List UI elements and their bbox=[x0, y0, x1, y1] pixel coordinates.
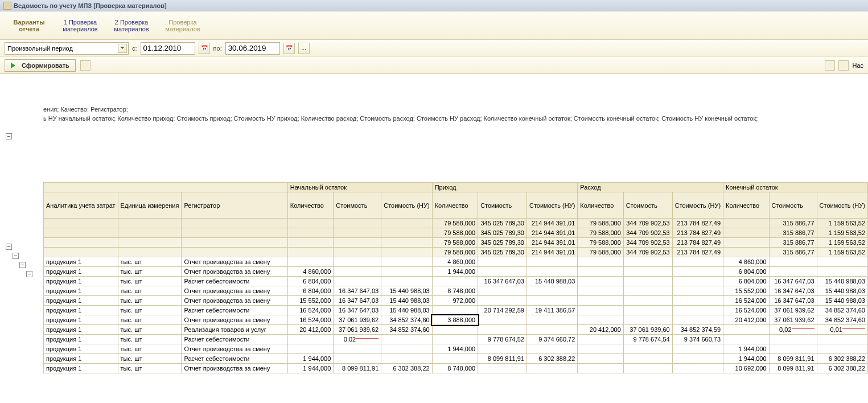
calendar-from-button[interactable]: 📅 bbox=[199, 43, 210, 54]
cell[interactable]: тыс. шт bbox=[118, 286, 182, 296]
cell[interactable] bbox=[623, 277, 672, 286]
cell[interactable] bbox=[287, 335, 334, 344]
cell[interactable] bbox=[623, 344, 672, 354]
cell[interactable]: 8 099 811,91 bbox=[334, 364, 381, 373]
table-row[interactable]: продукция 1тыс. штОтчет производства за … bbox=[44, 267, 868, 277]
cell[interactable] bbox=[672, 257, 723, 267]
cell[interactable] bbox=[287, 257, 334, 267]
cell[interactable]: 16 347 647,03 bbox=[334, 296, 381, 306]
chevron-down-icon[interactable] bbox=[118, 44, 127, 53]
cell[interactable] bbox=[44, 219, 118, 228]
cell[interactable]: продукция 1 bbox=[44, 286, 118, 296]
table-row[interactable]: продукция 1тыс. штОтчет производства за … bbox=[44, 364, 868, 373]
cell[interactable] bbox=[381, 277, 432, 286]
date-from[interactable] bbox=[143, 44, 189, 52]
cell[interactable]: 1 159 563,52 bbox=[817, 228, 867, 238]
cell[interactable] bbox=[526, 257, 577, 267]
cell[interactable]: Отчет производства за смену bbox=[182, 315, 287, 325]
cell[interactable]: продукция 1 bbox=[44, 267, 118, 277]
cell[interactable] bbox=[723, 248, 770, 257]
cell[interactable] bbox=[623, 257, 672, 267]
cell[interactable] bbox=[381, 354, 432, 364]
cell[interactable] bbox=[334, 228, 381, 238]
cell[interactable] bbox=[287, 238, 334, 248]
cell[interactable]: 37 061 939,60 bbox=[623, 325, 672, 335]
cell[interactable]: тыс. шт bbox=[118, 325, 182, 335]
cell[interactable]: Отчет производства за смену bbox=[182, 344, 287, 354]
cell[interactable] bbox=[432, 335, 478, 344]
cell[interactable]: 37 061 939,62 bbox=[769, 315, 817, 325]
cell[interactable]: 16 524,000 bbox=[723, 296, 770, 306]
cell[interactable] bbox=[672, 296, 723, 306]
cell[interactable]: 0,02 bbox=[334, 335, 381, 344]
cell[interactable] bbox=[672, 267, 723, 277]
cell[interactable]: 20 412,000 bbox=[578, 325, 624, 335]
cell[interactable] bbox=[526, 315, 577, 325]
cell[interactable]: Расчет себестоимости bbox=[182, 354, 287, 364]
cell[interactable]: Расчет себестоимости bbox=[182, 335, 287, 344]
cell[interactable] bbox=[526, 296, 577, 306]
cell[interactable]: продукция 1 bbox=[44, 277, 118, 286]
cell[interactable] bbox=[623, 354, 672, 364]
cell[interactable]: продукция 1 bbox=[44, 306, 118, 315]
cell[interactable] bbox=[817, 267, 867, 277]
cell[interactable]: 16 524,000 bbox=[287, 315, 334, 325]
cell[interactable] bbox=[118, 228, 182, 238]
cell[interactable] bbox=[478, 364, 527, 373]
cell[interactable]: 4 860,000 bbox=[723, 257, 770, 267]
cell[interactable]: 344 709 902,53 bbox=[623, 219, 672, 228]
cell[interactable] bbox=[817, 257, 867, 267]
cell[interactable]: 6 804,000 bbox=[287, 286, 334, 296]
cell[interactable] bbox=[334, 267, 381, 277]
cell[interactable]: 1 944,000 bbox=[723, 354, 770, 364]
cell[interactable] bbox=[623, 364, 672, 373]
cell[interactable]: тыс. шт bbox=[118, 296, 182, 306]
cell[interactable] bbox=[723, 238, 770, 248]
cell[interactable]: 15 440 988,03 bbox=[381, 286, 432, 296]
cell[interactable]: 9 374 660,73 bbox=[672, 335, 723, 344]
cell[interactable]: 16 347 647,03 bbox=[769, 277, 817, 286]
cell[interactable] bbox=[578, 286, 624, 296]
cell[interactable] bbox=[381, 238, 432, 248]
cell[interactable]: 8 748,000 bbox=[432, 364, 478, 373]
cell[interactable] bbox=[578, 315, 624, 325]
cell[interactable] bbox=[578, 296, 624, 306]
cell[interactable] bbox=[817, 335, 867, 344]
cell[interactable]: 79 588,000 bbox=[578, 248, 624, 257]
cell[interactable] bbox=[526, 267, 577, 277]
cell[interactable]: 9 374 660,72 bbox=[526, 335, 577, 344]
cell[interactable]: 6 302 388,22 bbox=[526, 354, 577, 364]
cell[interactable] bbox=[817, 344, 867, 354]
cell[interactable]: 79 588,000 bbox=[432, 238, 478, 248]
cell[interactable]: 1 944,000 bbox=[287, 354, 334, 364]
date-to-input[interactable] bbox=[225, 42, 280, 55]
cell[interactable] bbox=[672, 354, 723, 364]
cell[interactable]: 79 588,000 bbox=[432, 219, 478, 228]
cell[interactable]: тыс. шт bbox=[118, 277, 182, 286]
cell[interactable] bbox=[672, 315, 723, 325]
cell[interactable]: 79 588,000 bbox=[432, 248, 478, 257]
cell[interactable]: 1 159 563,52 bbox=[817, 248, 867, 257]
cell[interactable]: 6 804,000 bbox=[287, 277, 334, 286]
cell[interactable]: 4 860,000 bbox=[287, 267, 334, 277]
cell[interactable]: 34 852 374,60 bbox=[817, 315, 867, 325]
cell[interactable] bbox=[381, 228, 432, 238]
cell[interactable]: 20 412,000 bbox=[723, 315, 770, 325]
cell[interactable]: 1 944,000 bbox=[723, 344, 770, 354]
cell[interactable]: 0,02 bbox=[769, 325, 817, 335]
cell[interactable] bbox=[769, 257, 817, 267]
cell[interactable]: 213 784 827,49 bbox=[672, 248, 723, 257]
cell[interactable] bbox=[334, 277, 381, 286]
tab-check-2[interactable]: 2 Проверка материалов bbox=[106, 11, 157, 39]
cell[interactable] bbox=[623, 315, 672, 325]
print-settings-icon[interactable] bbox=[80, 60, 90, 71]
cell[interactable]: продукция 1 bbox=[44, 325, 118, 335]
cell[interactable]: 8 099 811,91 bbox=[478, 354, 527, 364]
cell[interactable]: 15 440 988,03 bbox=[526, 277, 577, 286]
table-row[interactable]: продукция 1тыс. штОтчет производства за … bbox=[44, 286, 868, 296]
cell[interactable]: 214 944 391,01 bbox=[526, 228, 577, 238]
cell[interactable] bbox=[44, 238, 118, 248]
cell[interactable] bbox=[432, 325, 478, 335]
cell[interactable] bbox=[44, 248, 118, 257]
cell[interactable]: тыс. шт bbox=[118, 335, 182, 344]
